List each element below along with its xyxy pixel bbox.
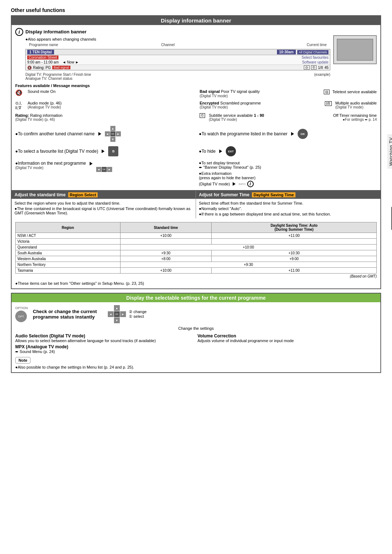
selectable-section: Display the selectable settings for the … <box>11 293 381 373</box>
note-section: Note ●Also possible to change the settin… <box>15 357 377 369</box>
table-row: Victoria <box>16 239 377 245</box>
nav-row-favourite: ●To select a favourite list (Digital TV … <box>15 146 193 156</box>
nav-row-confirm: ●To confirm another tuned channel name ▲… <box>15 126 193 142</box>
table-row: Northern Territory+9:30 <box>16 262 377 268</box>
feature-audio-mode: ⊙,I,II,∇ Audio mode (p. 46) (Analogue TV… <box>15 101 192 110</box>
volume-correction: Volume Correction Adjusts volume of indi… <box>197 333 377 354</box>
banner-labels: Programme name Channel Current time <box>25 43 330 47</box>
nav-row-timeout: ●To set display timeout ➨ "Banner Displa… <box>199 161 377 187</box>
setup-menu-note: ●These items can be set from "Other sett… <box>12 280 380 288</box>
audio-volume-grid: Audio Selection (Digital TV mode) Allows… <box>15 333 377 354</box>
display-banner-header: Display information banner <box>12 16 380 25</box>
other-functions-title: Other useful functions <box>11 7 381 13</box>
navigation-section: ●To confirm another tuned channel name ▲… <box>15 126 377 187</box>
adjust-left-body: Select the region where you live to adju… <box>12 199 196 217</box>
adjust-right-body: Select time offset from the standard tim… <box>196 199 380 218</box>
option-button: OPT <box>15 311 27 322</box>
table-row: Tasmania+10:00+11:00 <box>16 268 377 274</box>
feature-encrypted: Encrypted Scrambled programme (Digital T… <box>200 101 377 110</box>
watching-tv-sidebar: Watching TV <box>387 134 392 169</box>
table-row: South Australia+9:30+10:30 <box>16 250 377 256</box>
feature-subtitle: © Subtitle service available 1 - 90 (Dig… <box>200 113 377 122</box>
feature-sound-mute: 🔇 Sound mute On <box>15 89 192 98</box>
change-settings-label: Change the settings <box>15 326 377 331</box>
time-table-container: Region Standard time Daylight Saving Tim… <box>12 218 380 280</box>
audio-selection: Audio Selection (Digital TV mode) Allows… <box>15 333 195 354</box>
features-section: Features available / Message meanings 🔇 … <box>15 83 377 123</box>
adjust-right-header: Adjust for Summer Time Daylight Saving T… <box>196 191 380 199</box>
display-banner-box: Display information banner i Display inf… <box>11 15 381 289</box>
feature-rating: Rating: Rating information (Digital TV m… <box>15 113 192 122</box>
banner-subsection-title: Display information banner <box>25 29 86 34</box>
banner-bullet1: ●Also appears when changing channels <box>25 37 330 41</box>
table-row: NSW / ACT+10:00+11:00 <box>16 233 377 239</box>
adjust-left-header: Adjust the standard time Region Select <box>12 191 196 199</box>
tv-illustration <box>333 35 377 64</box>
table-row: Queensland+10:00 <box>16 245 377 250</box>
program-status-row: OPTION OPT Check or change the current p… <box>15 305 377 323</box>
table-row: Western Australia+8:00+9:00 <box>16 256 377 262</box>
banner-diagram: 1 TEN Digital 10:30am All Digital Channe… <box>25 49 330 70</box>
adjust-left: Adjust the standard time Region Select S… <box>12 191 196 218</box>
note-label: Note <box>15 357 30 364</box>
adjust-section: Adjust the standard time Region Select S… <box>12 190 380 218</box>
feature-bad-signal: Bad signal Poor TV signal quality(Digita… <box>200 89 377 98</box>
selectable-header: Display the selectable settings for the … <box>12 294 380 302</box>
adjust-right: Adjust for Summer Time Daylight Saving T… <box>196 191 380 218</box>
note-text: ●Also possible to change the settings in… <box>15 365 377 369</box>
nav-row-watch: ●To watch the programme listed in the ba… <box>199 126 377 142</box>
based-gmt: (Based on GMT) <box>15 274 377 278</box>
time-table: Region Standard time Daylight Saving Tim… <box>15 222 377 274</box>
nav-row-hide: ●To hide EXIT <box>199 146 377 156</box>
selectable-content: OPTION OPT Check or change the current p… <box>12 302 380 372</box>
nav-row-next-prog: ●Information on the next programme (Digi… <box>15 161 193 185</box>
info-icon: i <box>15 28 23 36</box>
